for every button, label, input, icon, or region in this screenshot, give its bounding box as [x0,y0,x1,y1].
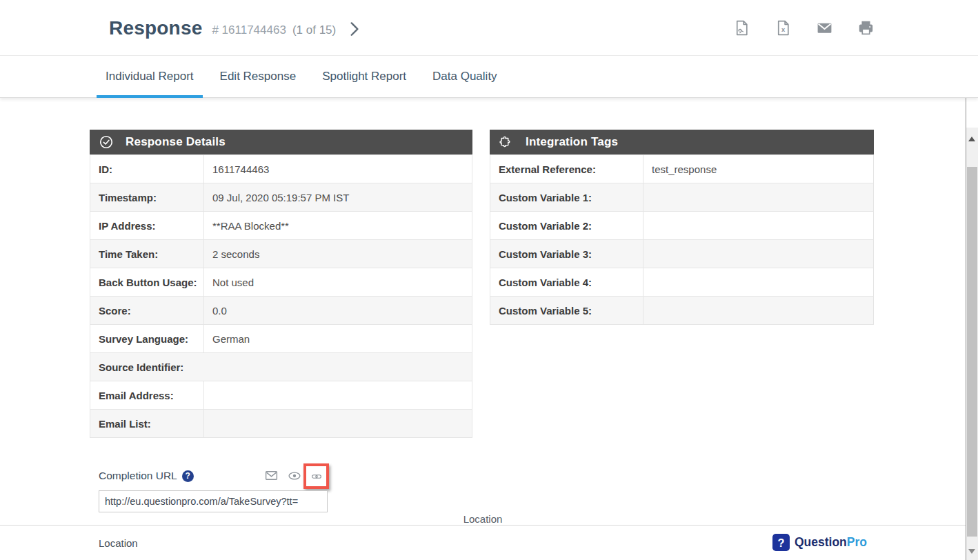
row-label: Custom Variable 4: [490,268,643,297]
table-row: Time Taken:2 seconds [90,240,472,268]
row-label: Custom Variable 3: [490,240,643,268]
table-row: Survey Language:German [90,325,472,353]
scrollbar-thumb[interactable] [967,167,977,537]
row-value [643,183,874,212]
row-value: 2 seconds [204,240,472,268]
row-label: Time Taken: [90,240,204,268]
response-details-table: ID:1611744463 Timestamp:09 Jul, 2020 05:… [90,154,472,438]
row-value [643,240,874,268]
row-label: Custom Variable 5: [490,297,643,325]
scroll-up-arrow-icon[interactable] [968,137,975,141]
integration-tags-panel: Integration Tags External Reference:test… [490,130,874,325]
table-row: Custom Variable 2: [490,212,874,240]
vertical-scrollbar[interactable] [966,128,978,560]
response-details-panel: Response Details ID:1611744463 Timestamp… [90,130,472,438]
completion-url-section: Completion URL ? [99,463,337,515]
row-value [643,268,874,297]
page-title: Response [109,17,202,39]
panel-title: Integration Tags [526,135,618,149]
completion-url-label: Completion URL [99,470,177,482]
row-value: test_response [643,155,874,183]
pdf-file-icon[interactable] [733,19,750,37]
row-value [204,381,472,410]
brand-question-text: Question [795,535,847,549]
location-heading: Location [99,537,138,549]
questionpro-logo[interactable]: ? QuestionPro [772,534,867,551]
row-label: Score: [90,297,204,325]
table-row: Custom Variable 3: [490,240,874,268]
report-tabs: Individual Report Edit Response Spotligh… [0,56,978,98]
brand-pro-text: Pro [847,535,867,549]
section-header: Source Identifier: [90,353,472,381]
row-value [204,410,472,438]
printer-icon[interactable] [857,19,875,37]
row-value: 1611744463 [204,155,472,183]
table-row: Custom Variable 4: [490,268,874,297]
row-value: 09 Jul, 2020 05:19:57 PM IST [204,183,472,212]
panel-title: Response Details [126,135,226,149]
section-divider [0,525,966,526]
table-row: Email List: [90,410,472,438]
table-row: Custom Variable 5: [490,297,874,325]
table-row: Timestamp:09 Jul, 2020 05:19:57 PM IST [90,183,472,212]
excel-file-icon[interactable]: x [775,19,792,37]
table-row: External Reference:test_response [490,155,874,183]
row-label: Custom Variable 1: [490,183,643,212]
row-label: ID: [90,155,204,183]
response-position: (1 of 15) [292,19,336,37]
questionpro-logo-mark: ? [772,534,790,551]
integration-tags-table: External Reference:test_response Custom … [490,154,874,325]
row-label: IP Address: [90,212,204,240]
integration-tags-header: Integration Tags [490,130,874,154]
source-identifier-row: Source Identifier: [90,353,472,381]
scroll-down-arrow-icon[interactable] [968,549,975,554]
row-label: Survey Language: [90,325,204,353]
row-value: German [204,325,472,353]
location-section-title: Location [0,513,966,525]
table-row: ID:1611744463 [90,155,472,183]
row-value [643,212,874,240]
row-label: Email List: [90,410,204,438]
tab-edit-response[interactable]: Edit Response [211,56,306,97]
response-page: Response # 1611744463 (1 of 15) x [0,0,978,560]
eye-icon[interactable] [288,469,301,483]
row-label: Timestamp: [90,183,204,212]
table-row: IP Address:**RAA Blocked** [90,212,472,240]
tab-data-quality[interactable]: Data Quality [423,56,506,97]
row-value: Not used [204,268,472,297]
row-label: Email Address: [90,381,204,410]
help-icon[interactable]: ? [182,470,194,482]
send-email-icon[interactable] [264,468,279,483]
svg-text:x: x [781,26,786,33]
top-bar: Response # 1611744463 (1 of 15) x [0,0,978,56]
link-icon [310,470,323,483]
table-row: Back Button Usage:Not used [90,268,472,297]
check-circle-icon [99,134,114,150]
row-value: **RAA Blocked** [204,212,472,240]
svg-text:?: ? [777,537,784,549]
chevron-right-icon[interactable] [345,19,363,37]
response-id: # 1611744463 [212,19,286,37]
row-value: 0.0 [204,297,472,325]
tab-spotlight-report[interactable]: Spotlight Report [313,56,415,97]
table-row: Score:0.0 [90,297,472,325]
row-label: Back Button Usage: [90,268,204,297]
table-row: Custom Variable 1: [490,183,874,212]
copy-link-button[interactable] [303,463,329,489]
table-row: Email Address: [90,381,472,410]
envelope-icon[interactable] [816,19,833,37]
response-details-header: Response Details [90,130,472,154]
completion-url-input[interactable] [99,490,328,512]
puzzle-icon [499,134,514,150]
row-label: Custom Variable 2: [490,212,643,240]
row-label: External Reference: [490,155,643,183]
row-value [643,297,874,325]
tab-individual-report[interactable]: Individual Report [97,56,203,97]
